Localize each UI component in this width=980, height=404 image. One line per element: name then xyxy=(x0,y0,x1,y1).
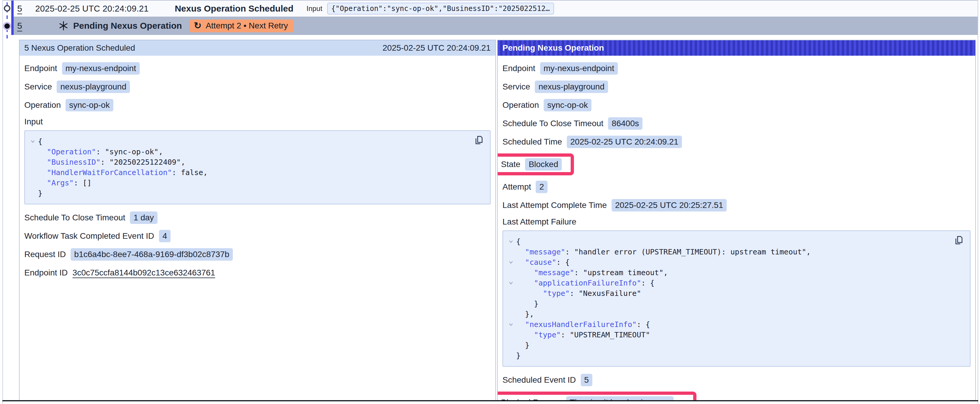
json-line-text: "BusinessID": "20250225122409", xyxy=(38,157,185,167)
json-key: "HandlerWaitForCancellation" xyxy=(47,168,172,177)
json-line: "applicationFailureInfo": { xyxy=(506,278,951,288)
collapse-chevron-icon xyxy=(508,280,514,285)
pending-panel-body: Endpoint my-nexus-endpoint Service nexus… xyxy=(498,56,975,401)
json-collapse-toggle[interactable] xyxy=(27,136,38,147)
json-gutter xyxy=(506,299,516,309)
json-gutter xyxy=(27,147,38,157)
json-collapse-toggle[interactable] xyxy=(506,278,516,288)
pending-panel-title: Pending Nexus Operation xyxy=(503,43,604,53)
json-line: "nexusHandlerFailureInfo": { xyxy=(506,319,951,330)
state-value-pill: Blocked xyxy=(525,158,562,171)
field-value-pill: nexus-playground xyxy=(535,81,608,93)
json-line-text: "Operation": "sync-op-ok", xyxy=(38,147,163,157)
pending-asterisk-icon xyxy=(59,21,68,31)
event-title: Nexus Operation Scheduled xyxy=(175,3,293,14)
json-gutter xyxy=(27,167,38,178)
field-label: Endpoint xyxy=(24,64,57,73)
field-value-pill: my-nexus-endpoint xyxy=(62,62,140,74)
json-gutter xyxy=(506,309,516,319)
failure-json-viewer: { "message": "handler error (UPSTREAM_TI… xyxy=(503,230,970,367)
event-timestamp: 2025-02-25 UTC 20:24:09.21 xyxy=(35,4,149,14)
field-label: Last Attempt Complete Time xyxy=(503,201,607,210)
json-key: "nexusHandlerFailureInfo" xyxy=(525,320,636,329)
field-label: Request ID xyxy=(24,250,66,259)
selected-event-bar xyxy=(11,1,14,35)
right-border xyxy=(978,0,978,404)
event-input-label: Input xyxy=(306,5,322,13)
field-schedule-to-close-timeout: Schedule To Close Timeout 1 day xyxy=(24,211,491,225)
scheduled-panel-timestamp: 2025-02-25 UTC 20:24:09.21 xyxy=(383,43,491,53)
field-value-pill: sync-op-ok xyxy=(544,99,592,111)
json-collapse-toggle[interactable] xyxy=(506,319,516,330)
field-label: Attempt xyxy=(503,182,531,192)
endpoint-id-link[interactable]: 3c0c75ccfa8144b092c13ce632463761 xyxy=(72,268,215,277)
scheduled-panel-title: 5 Nexus Operation Scheduled xyxy=(24,43,135,53)
left-border xyxy=(2,0,3,404)
json-key: "BusinessID" xyxy=(47,158,100,166)
json-line: "type": "NexusFailure" xyxy=(506,288,951,299)
timeline-open-circle-icon xyxy=(4,5,10,11)
json-line-text: "message": "handler error (UPSTREAM_TIME… xyxy=(516,247,811,257)
field-value-pill: 2025-02-25 UTC 20:24:09.21 xyxy=(567,136,682,148)
json-key: "Operation" xyxy=(47,147,96,156)
json-line: } xyxy=(27,188,471,198)
event-id-link[interactable]: 5 xyxy=(17,3,22,14)
field-label: Operation xyxy=(24,100,61,110)
json-collapse-toggle[interactable] xyxy=(506,236,516,247)
scheduled-panel-body: Endpoint my-nexus-endpoint Service nexus… xyxy=(19,56,495,280)
event-row-scheduled[interactable]: 5 2025-02-25 UTC 20:24:09.21 Nexus Opera… xyxy=(14,1,978,17)
event-row-pending[interactable]: 5 Pending Nexus Operation ↻ Attempt 2 • … xyxy=(14,17,978,35)
copy-icon[interactable] xyxy=(474,136,484,145)
json-gutter xyxy=(506,340,516,350)
json-line-text: "type": "NexusFailure" xyxy=(516,288,641,299)
json-gutter xyxy=(506,268,516,278)
json-key: "message" xyxy=(534,268,574,277)
timeline-filled-circle-icon xyxy=(5,24,10,29)
json-line-text: } xyxy=(38,188,42,198)
bottom-divider xyxy=(2,400,978,401)
field-service: Service nexus-playground xyxy=(503,80,970,93)
input-json-viewer: { "Operation": "sync-op-ok", "BusinessID… xyxy=(24,130,491,204)
field-service: Service nexus-playground xyxy=(24,80,491,93)
field-scheduled-event-id: Scheduled Event ID 5 xyxy=(503,373,970,387)
field-value-pill: nexus-playground xyxy=(57,81,130,93)
field-scheduled-time: Scheduled Time 2025-02-25 UTC 20:24:09.2… xyxy=(503,135,970,149)
json-line: "BusinessID": "20250225122409", xyxy=(27,157,471,167)
json-key: "type" xyxy=(543,289,570,298)
field-label: Scheduled Event ID xyxy=(503,375,576,385)
json-line-text: } xyxy=(516,350,520,361)
json-line-text: "nexusHandlerFailureInfo": { xyxy=(516,319,650,330)
json-line-text: "HandlerWaitForCancellation": false, xyxy=(38,167,208,178)
json-gutter xyxy=(506,247,516,257)
collapse-chevron-icon xyxy=(508,260,514,265)
pending-event-id-link[interactable]: 5 xyxy=(17,21,22,31)
json-line: "message": "handler error (UPSTREAM_TIME… xyxy=(506,247,951,257)
field-label: Schedule To Close Timeout xyxy=(24,213,125,222)
pending-operation-panel: Pending Nexus Operation Endpoint my-nexu… xyxy=(497,40,976,401)
blocked-reason-annotation-row: Blocked Reason The circuit breaker is op… xyxy=(503,391,970,401)
json-line-text: "Args": [] xyxy=(38,178,92,188)
field-operation: Operation sync-op-ok xyxy=(24,98,491,112)
json-gutter xyxy=(27,157,38,167)
field-workflow-task-completed-event-id: Workflow Task Completed Event ID 4 xyxy=(24,229,491,243)
workflow-history-screen: 5 2025-02-25 UTC 20:24:09.21 Nexus Opera… xyxy=(0,0,980,404)
pending-event-title: Pending Nexus Operation xyxy=(73,21,182,31)
scheduled-event-detail-panel: 5 Nexus Operation Scheduled 2025-02-25 U… xyxy=(19,40,496,401)
retry-icon: ↻ xyxy=(194,21,201,30)
field-value-pill: 2 xyxy=(536,181,547,193)
json-line: } xyxy=(506,350,951,361)
field-schedule-to-close-timeout: Schedule To Close Timeout 86400s xyxy=(503,117,970,130)
json-line: } xyxy=(506,299,951,309)
json-line: { xyxy=(506,236,951,247)
json-collapse-toggle[interactable] xyxy=(506,257,516,268)
field-request-id: Request ID b1c6a4bc-8ee7-468a-9169-df3b0… xyxy=(24,248,491,261)
field-label: State xyxy=(501,160,520,169)
json-line-text: } xyxy=(516,340,530,350)
collapse-chevron-icon xyxy=(508,239,514,244)
field-label: Workflow Task Completed Event ID xyxy=(24,231,154,241)
json-line: "message": "upstream timeout", xyxy=(506,268,951,278)
json-line-text: "type": "UPSTREAM_TIMEOUT" xyxy=(516,330,650,340)
field-last-attempt-failure-label: Last Attempt Failure xyxy=(503,217,970,227)
json-gutter xyxy=(506,288,516,299)
copy-icon[interactable] xyxy=(955,236,963,245)
